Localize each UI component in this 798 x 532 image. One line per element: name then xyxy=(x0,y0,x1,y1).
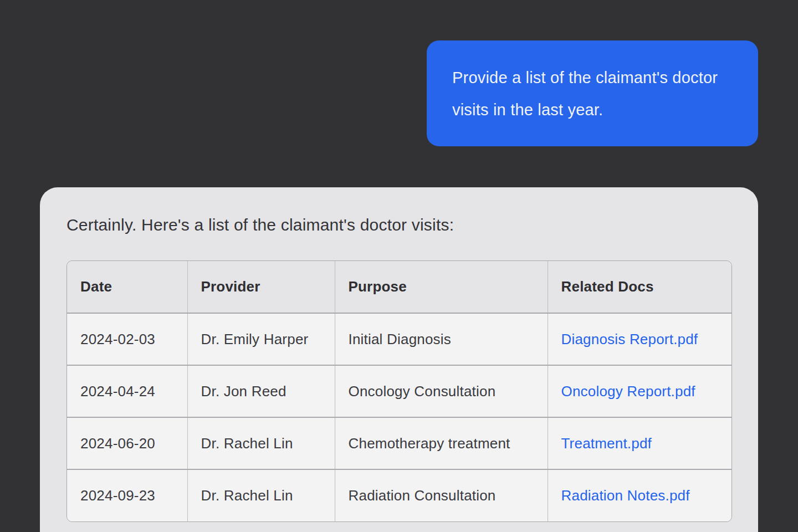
visit-date-cell: 2024-09-23 xyxy=(67,469,187,521)
purpose-cell: Chemotherapy treatment xyxy=(335,417,548,469)
doc-link[interactable]: Radiation Notes.pdf xyxy=(561,487,690,504)
related-docs-cell: Diagnosis Report.pdf xyxy=(548,313,732,365)
visit-date-cell: 2024-02-03 xyxy=(67,313,187,365)
assistant-intro-text: Certainly. Here's a list of the claimant… xyxy=(66,214,732,236)
user-message-bubble: Provide a list of the claimant's doctor … xyxy=(427,40,758,146)
visit-date-cell: 2024-04-24 xyxy=(67,365,187,417)
doctor-visits-table: Date Provider Purpose Related Docs 2024-… xyxy=(66,260,732,522)
assistant-message-card: Certainly. Here's a list of the claimant… xyxy=(40,187,758,532)
provider-cell: Dr. Rachel Lin xyxy=(187,469,335,521)
table-header-date: Date xyxy=(67,261,187,313)
purpose-cell: Initial Diagnosis xyxy=(335,313,548,365)
provider-cell: Dr. Rachel Lin xyxy=(187,417,335,469)
purpose-cell: Oncology Consultation xyxy=(335,365,548,417)
related-docs-cell: Oncology Report.pdf xyxy=(548,365,732,417)
purpose-cell: Radiation Consultation xyxy=(335,469,548,521)
table-row: 2024-09-23 Dr. Rachel Lin Radiation Cons… xyxy=(67,469,732,521)
visit-date-cell: 2024-06-20 xyxy=(67,417,187,469)
doc-link[interactable]: Treatment.pdf xyxy=(561,435,652,452)
provider-cell: Dr. Jon Reed xyxy=(187,365,335,417)
table-row: 2024-02-03 Dr. Emily Harper Initial Diag… xyxy=(67,313,732,365)
table-header-purpose: Purpose xyxy=(335,261,548,313)
chat-canvas: Provide a list of the claimant's doctor … xyxy=(0,0,798,532)
table-row: 2024-06-20 Dr. Rachel Lin Chemotherapy t… xyxy=(67,417,732,469)
doc-link[interactable]: Oncology Report.pdf xyxy=(561,383,695,400)
table-row: 2024-04-24 Dr. Jon Reed Oncology Consult… xyxy=(67,365,732,417)
user-message-text: Provide a list of the claimant's doctor … xyxy=(452,62,733,126)
table-header-row: Date Provider Purpose Related Docs xyxy=(67,261,732,313)
related-docs-cell: Treatment.pdf xyxy=(548,417,732,469)
provider-cell: Dr. Emily Harper xyxy=(187,313,335,365)
table-header-provider: Provider xyxy=(187,261,335,313)
doc-link[interactable]: Diagnosis Report.pdf xyxy=(561,331,698,347)
table-header-related-docs: Related Docs xyxy=(548,261,732,313)
related-docs-cell: Radiation Notes.pdf xyxy=(548,469,732,521)
